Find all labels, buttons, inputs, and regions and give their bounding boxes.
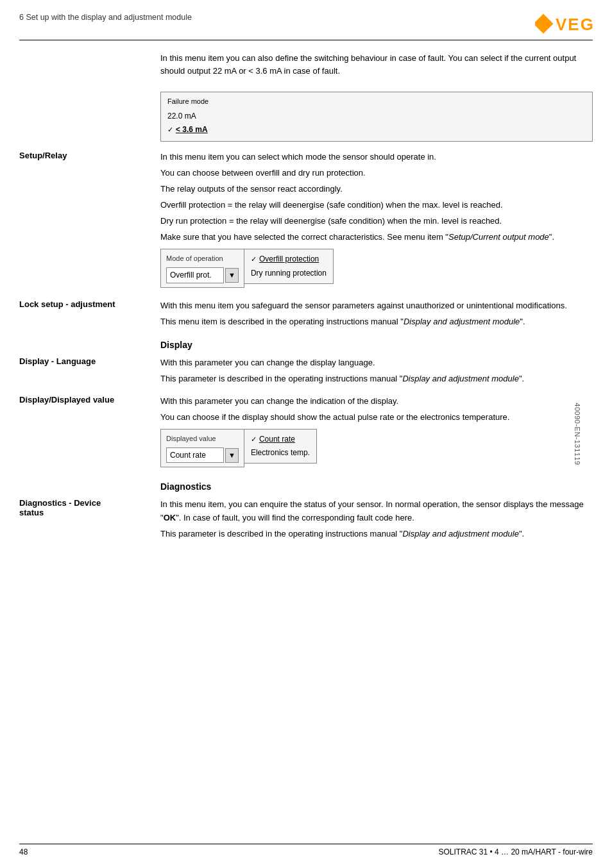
page-footer: 48 SOLITRAC 31 • 4 … 20 mA/HART - four-w… — [19, 844, 593, 856]
page-number: 48 — [19, 847, 28, 856]
setup-relay-p6: Make sure that you have selected the cor… — [160, 231, 593, 244]
displayed-value-dropdown-arrow[interactable]: ▼ — [225, 448, 239, 463]
diagnostics-label-line1: Diagnostics - Device — [19, 498, 154, 508]
display-language-p2: This parameter is described in the opera… — [160, 372, 593, 385]
setup-relay-p1: In this menu item you can select which m… — [160, 151, 593, 163]
diagnostics-p2: This parameter is described in the opera… — [160, 528, 593, 540]
setup-relay-p2: You can choose between overfill and dry … — [160, 167, 593, 179]
svg-rect-0 — [535, 13, 554, 33]
setup-relay-label: Setup/Relay — [19, 151, 160, 160]
failure-mode-section: Failure mode 22.0 mA ✓ < 3.6 mA — [160, 92, 593, 141]
failure-mode-box: Failure mode 22.0 mA ✓ < 3.6 mA — [160, 92, 593, 141]
intro-section: In this menu item you can also define th… — [160, 52, 593, 80]
mode-operation-box: Mode of operation Overfill prot. ▼ — [160, 249, 244, 288]
display-displayed-value-section: Display/Displayed value With this parame… — [19, 395, 593, 471]
diagnostics-label-line2: status — [19, 508, 154, 517]
mode-operation-box-title: Mode of operation — [166, 253, 239, 264]
displayed-value-ui: Displayed value Count rate ▼ ✓ Count rat… — [160, 429, 593, 468]
mode-operation-dropdown-arrow[interactable]: ▼ — [225, 268, 239, 283]
lock-setup-p1: With this menu item you safeguard the se… — [160, 299, 593, 312]
lock-setup-body: With this menu item you safeguard the se… — [160, 299, 593, 328]
display-displayed-value-label-text: Display/Displayed value — [19, 395, 114, 405]
page: 6 Set up with the display and adjustment… — [0, 0, 612, 868]
mode-operation-ui: Mode of operation Overfill prot. ▼ ✓ Ove… — [160, 249, 593, 288]
overfill-check-icon: ✓ — [251, 254, 257, 265]
display-displayed-value-p2: You can choose if the display should sho… — [160, 411, 593, 424]
product-name: SOLITRAC 31 • 4 … 20 mA/HART - four-wire — [439, 847, 593, 856]
mode-operation-dropdown[interactable]: Overfill prot. ▼ — [166, 267, 239, 283]
setup-relay-p4: Overfill protection = the relay will dee… — [160, 199, 593, 212]
count-rate-option-label: Count rate — [259, 433, 295, 446]
display-displayed-value-body: With this parameter you can change the i… — [160, 395, 593, 471]
diagnostics-heading: Diagnostics — [160, 481, 593, 492]
display-language-p1: With this parameter you can change the d… — [160, 356, 593, 369]
diagnostics-device-status-label: Diagnostics - Device status — [19, 498, 160, 517]
lock-setup-section: Lock setup - adjustment With this menu i… — [19, 299, 593, 328]
count-rate-option: ✓ Count rate — [251, 433, 310, 446]
diagnostics-device-status-body: In this menu item, you can enquire the s… — [160, 498, 593, 540]
displayed-value-options: ✓ Count rate Electronics temp. — [244, 429, 317, 463]
mode-operation-dropdown-value[interactable]: Overfill prot. — [166, 267, 224, 283]
display-language-label: Display - Language — [19, 356, 160, 366]
display-heading-text: Display — [160, 340, 192, 350]
display-displayed-value-p1: With this parameter you can change the i… — [160, 395, 593, 408]
failure-check-icon: ✓ — [167, 124, 173, 135]
diagnostics-heading-text: Diagnostics — [160, 481, 211, 492]
display-language-body: With this parameter you can change the d… — [160, 356, 593, 385]
lock-setup-label-text: Lock setup - adjustment — [19, 299, 115, 309]
vega-logo: VEGA — [535, 13, 593, 36]
display-language-section: Display - Language With this parameter y… — [19, 356, 593, 385]
setup-relay-p5: Dry run protection = the relay will deen… — [160, 215, 593, 228]
failure-mode-title: Failure mode — [167, 96, 586, 107]
electronics-temp-option: Electronics temp. — [251, 447, 310, 459]
displayed-value-box-title: Displayed value — [166, 433, 239, 444]
sidebar-text: 40090-EN-131119 — [573, 403, 581, 465]
setup-relay-section: Setup/Relay In this menu item you can se… — [19, 151, 593, 290]
failure-option-36ma: ✓ < 3.6 mA — [167, 124, 586, 136]
chapter-title: 6 Set up with the display and adjustment… — [19, 13, 192, 22]
displayed-value-dropdown[interactable]: Count rate ▼ — [166, 447, 239, 463]
display-language-label-text: Display - Language — [19, 356, 96, 366]
electronics-temp-option-label: Electronics temp. — [251, 447, 310, 459]
main-content: In this menu item you can also define th… — [19, 52, 593, 549]
mode-operation-options: ✓ Overfill protection Dry running protec… — [244, 249, 334, 283]
setup-relay-p3: The relay outputs of the sensor react ac… — [160, 183, 593, 196]
failure-option-22ma-text: 22.0 mA — [167, 110, 196, 122]
svg-text:VEGA: VEGA — [556, 15, 593, 34]
intro-text: In this menu item you can also define th… — [160, 52, 593, 78]
diagnostics-device-status-section: Diagnostics - Device status In this menu… — [19, 498, 593, 540]
failure-option-36ma-text: < 3.6 mA — [176, 124, 208, 136]
lock-setup-p2: This menu item is described in the opera… — [160, 315, 593, 328]
dry-running-option-label: Dry running protection — [251, 267, 327, 280]
count-rate-check-icon: ✓ — [251, 434, 257, 445]
display-heading: Display — [160, 340, 593, 350]
displayed-value-dropdown-value[interactable]: Count rate — [166, 447, 224, 463]
overfill-option-label: Overfill protection — [259, 253, 319, 265]
setup-relay-body: In this menu item you can select which m… — [160, 151, 593, 290]
display-displayed-value-label: Display/Displayed value — [19, 395, 160, 405]
displayed-value-box: Displayed value Count rate ▼ — [160, 429, 244, 468]
dry-running-option: Dry running protection — [251, 267, 327, 280]
lock-setup-label: Lock setup - adjustment — [19, 299, 160, 309]
overfill-protection-option: ✓ Overfill protection — [251, 253, 327, 265]
page-header: 6 Set up with the display and adjustment… — [19, 13, 593, 40]
setup-relay-label-text: Setup/Relay — [19, 151, 67, 160]
diagnostics-p1: In this menu item, you can enquire the s… — [160, 498, 593, 524]
failure-option-22ma: 22.0 mA — [167, 110, 586, 122]
